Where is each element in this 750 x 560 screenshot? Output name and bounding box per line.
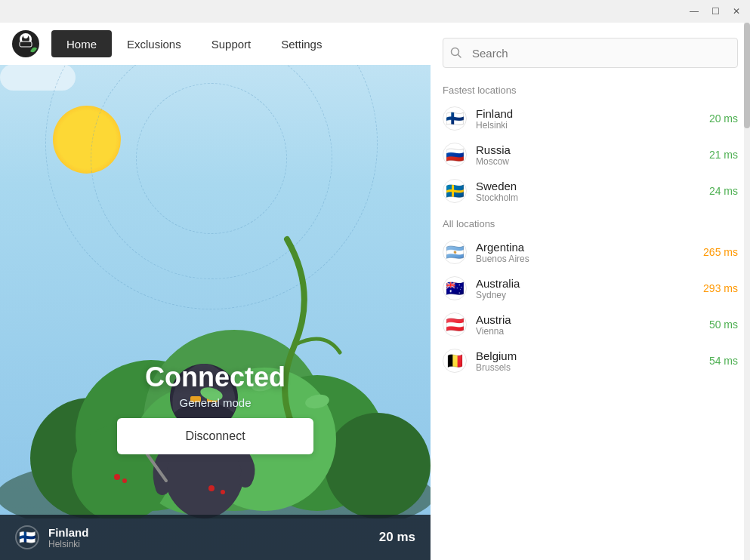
loc-name-argentina: Argentina (476, 241, 703, 254)
connection-status: Connected (145, 362, 285, 393)
loc-name-austria: Austria (476, 313, 709, 326)
loc-city-argentina: Buenos Aires (476, 254, 703, 264)
hero-panel: Connected General mode Disconnect (0, 23, 431, 560)
connected-latency: 20 ms (379, 530, 415, 545)
app-logo (8, 26, 44, 62)
loc-city-sweden: Stockholm (476, 192, 709, 203)
loc-name-russia: Russia (476, 143, 709, 156)
flag-finland: 🇫🇮 (443, 106, 467, 131)
loc-name-finland: Finland (476, 107, 709, 120)
svg-point-20 (208, 485, 215, 491)
flag-russia: 🇷🇺 (443, 143, 467, 167)
loc-name-sweden: Sweden (476, 180, 709, 192)
svg-point-21 (221, 490, 225, 494)
search-input[interactable] (443, 38, 738, 68)
nav-settings[interactable]: Settings (266, 30, 337, 57)
loc-info-sweden: Sweden Stockholm (476, 180, 709, 203)
connection-mode: General mode (145, 396, 285, 409)
svg-point-25 (23, 34, 28, 38)
status-area: Connected General mode (145, 362, 285, 409)
flag-australia: 🇦🇺 (443, 276, 467, 300)
nav-home[interactable]: Home (51, 30, 112, 57)
connected-country: Finland (48, 526, 379, 539)
loc-info-argentina: Argentina Buenos Aires (476, 241, 703, 264)
search-icon (450, 47, 462, 59)
svg-point-5 (325, 413, 431, 518)
loc-name-belgium: Belgium (476, 349, 709, 362)
locations-panel: Fastest locations 🇫🇮 Finland Helsinki 20… (431, 23, 750, 560)
flag-argentina: 🇦🇷 (443, 240, 467, 264)
all-locations-label: All locations (431, 209, 750, 234)
loc-info-russia: Russia Moscow (476, 143, 709, 167)
loc-city-australia: Sydney (476, 290, 703, 300)
loc-info-australia: Australia Sydney (476, 277, 703, 300)
loc-info-austria: Austria Vienna (476, 313, 709, 337)
loc-city-finland: Helsinki (476, 120, 709, 131)
connected-location: Finland Helsinki (48, 526, 379, 549)
search-box (443, 38, 738, 68)
loc-city-russia: Moscow (476, 156, 709, 167)
minimize-button[interactable]: — (687, 4, 702, 19)
flag-belgium: 🇧🇪 (443, 349, 467, 373)
nav-exclusions[interactable]: Exclusions (112, 30, 196, 57)
location-russia[interactable]: 🇷🇺 Russia Moscow 21 ms (431, 137, 750, 173)
location-austria[interactable]: 🇦🇹 Austria Vienna 50 ms (431, 306, 750, 343)
location-belgium[interactable]: 🇧🇪 Belgium Brussels 54 ms (431, 343, 750, 379)
navbar: Home Exclusions Support Settings (0, 23, 431, 65)
loc-city-belgium: Brussels (476, 362, 709, 373)
svg-point-19 (122, 478, 127, 483)
scrollbar-thumb[interactable] (744, 23, 750, 128)
loc-ms-belgium: 54 ms (709, 355, 738, 367)
loc-ms-sweden: 24 ms (709, 185, 738, 197)
connected-flag: 🇫🇮 (15, 525, 39, 549)
bottom-status-bar: 🇫🇮 Finland Helsinki 20 ms (0, 515, 431, 560)
loc-ms-russia: 21 ms (709, 149, 738, 161)
location-finland[interactable]: 🇫🇮 Finland Helsinki 20 ms (431, 100, 750, 137)
ninja-illustration (0, 179, 431, 518)
flag-austria: 🇦🇹 (443, 312, 467, 337)
maximize-button[interactable]: ☐ (708, 4, 723, 19)
svg-rect-26 (20, 42, 32, 47)
fastest-locations-label: Fastest locations (431, 75, 750, 100)
location-sweden[interactable]: 🇸🇪 Sweden Stockholm 24 ms (431, 173, 750, 209)
loc-name-australia: Australia (476, 277, 703, 290)
loc-info-finland: Finland Helsinki (476, 107, 709, 131)
loc-ms-australia: 293 ms (703, 282, 738, 294)
close-button[interactable]: ✕ (729, 4, 744, 19)
nav-support[interactable]: Support (196, 30, 267, 57)
location-australia[interactable]: 🇦🇺 Australia Sydney 293 ms (431, 270, 750, 306)
flag-sweden: 🇸🇪 (443, 179, 467, 203)
loc-ms-argentina: 265 ms (703, 246, 738, 258)
title-bar: — ☐ ✕ (0, 0, 750, 23)
loc-ms-finland: 20 ms (709, 112, 738, 125)
disconnect-button[interactable]: Disconnect (117, 418, 313, 454)
loc-ms-austria: 50 ms (709, 318, 738, 331)
svg-point-18 (114, 474, 120, 480)
loc-info-belgium: Belgium Brussels (476, 349, 709, 373)
connected-city: Helsinki (48, 539, 379, 549)
location-argentina[interactable]: 🇦🇷 Argentina Buenos Aires 265 ms (431, 234, 750, 270)
loc-city-austria: Vienna (476, 326, 709, 337)
